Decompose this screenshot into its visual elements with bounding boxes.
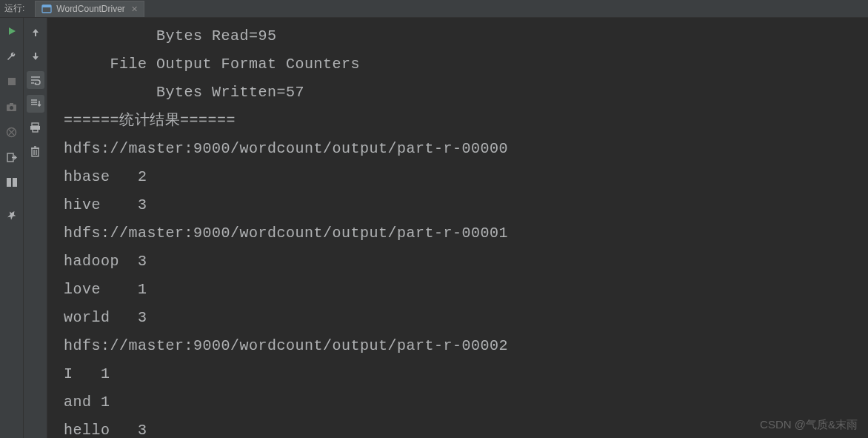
tab-title: WordCountDriver [56, 4, 124, 14]
toolbar-gutter [24, 18, 47, 438]
svg-rect-12 [33, 129, 38, 132]
bug-icon[interactable] [6, 126, 18, 138]
application-icon [41, 4, 52, 14]
down-arrow-icon[interactable] [27, 47, 44, 65]
run-tab[interactable]: WordCountDriver ✕ [35, 1, 144, 17]
exit-icon[interactable] [6, 151, 18, 163]
trash-icon[interactable] [27, 142, 44, 160]
wrap-icon[interactable] [27, 71, 44, 89]
run-icon[interactable] [6, 25, 18, 37]
layout-icon[interactable] [6, 176, 18, 188]
svg-rect-13 [32, 148, 39, 156]
run-header: 运行: WordCountDriver ✕ [0, 0, 868, 18]
print-icon[interactable] [27, 119, 44, 136]
svg-rect-4 [10, 103, 13, 105]
svg-rect-2 [8, 78, 16, 85]
pin-icon[interactable] [6, 209, 18, 221]
main-area: Bytes Read=95 File Output Format Counter… [0, 18, 868, 438]
svg-rect-1 [42, 5, 51, 7]
console-output[interactable]: Bytes Read=95 File Output Format Counter… [47, 18, 868, 438]
svg-rect-10 [32, 123, 39, 126]
left-gutter [0, 18, 24, 438]
scroll-icon[interactable] [27, 95, 44, 113]
svg-rect-9 [13, 178, 17, 187]
camera-icon[interactable] [6, 101, 18, 113]
run-label: 运行: [4, 2, 24, 15]
svg-point-5 [10, 106, 13, 110]
svg-rect-8 [7, 178, 11, 187]
wrench-icon[interactable] [6, 50, 18, 62]
close-icon[interactable]: ✕ [131, 4, 138, 14]
stop-icon[interactable] [6, 76, 18, 87]
up-arrow-icon[interactable] [27, 24, 44, 42]
watermark: CSDN @气质&末雨 [760, 418, 858, 432]
console-text: Bytes Read=95 File Output Format Counter… [64, 22, 868, 438]
